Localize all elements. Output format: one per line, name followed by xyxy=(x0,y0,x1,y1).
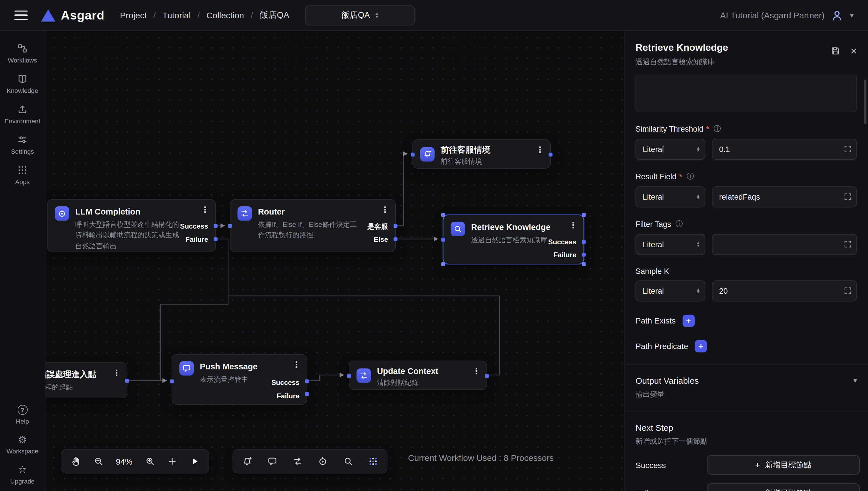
add-path-exists-button[interactable]: + xyxy=(682,315,694,327)
star-icon: ☆ xyxy=(18,465,27,475)
user-icon[interactable] xyxy=(831,9,843,21)
zoom-out-button[interactable] xyxy=(93,456,103,466)
input-port[interactable] xyxy=(441,238,445,242)
sidebar-item-environment[interactable]: Environment xyxy=(0,104,45,124)
workflow-selector-value: 飯店QA xyxy=(341,10,370,21)
node-router[interactable]: Router 依據If、Else If、Else條件決定工作流程執行的路徑 ⋮ … xyxy=(229,199,396,252)
selection-handle[interactable] xyxy=(582,262,586,266)
save-button[interactable] xyxy=(831,46,841,56)
router-tool-button[interactable] xyxy=(293,456,303,466)
account-chevron-icon[interactable]: ▾ xyxy=(850,11,853,20)
node-update-context[interactable]: Update Context 清除對話紀錄 ⋮ xyxy=(349,360,487,390)
output-port-success[interactable] xyxy=(305,379,309,383)
run-workflow-button[interactable] xyxy=(190,456,200,466)
message-tool-button[interactable] xyxy=(268,456,277,466)
sidebar-item-workflows[interactable]: Workflows xyxy=(0,43,45,63)
expand-editor-button[interactable] xyxy=(844,193,852,201)
breadcrumb-separator: / xyxy=(197,10,199,20)
output-port-failure[interactable] xyxy=(582,253,586,257)
kebab-menu-icon[interactable]: ⋮ xyxy=(112,368,121,377)
output-port-success[interactable] xyxy=(582,240,586,244)
port-label-success: Success xyxy=(548,238,576,246)
kebab-menu-icon[interactable]: ⋮ xyxy=(292,360,301,369)
account-label: AI Tutorial (Asgard Partner) xyxy=(720,10,825,20)
kebab-menu-icon[interactable]: ⋮ xyxy=(201,205,209,214)
output-port-failure[interactable] xyxy=(305,392,309,396)
info-icon[interactable]: ⓘ xyxy=(676,219,683,229)
output-port[interactable] xyxy=(125,379,129,383)
filter-tags-input[interactable] xyxy=(712,234,857,255)
output-port-else[interactable] xyxy=(394,237,398,241)
breadcrumb-tutorial[interactable]: Tutorial xyxy=(162,10,191,20)
add-success-target-button[interactable]: + 新增目標節點 xyxy=(707,455,860,475)
input-port[interactable] xyxy=(347,374,351,378)
sidebar-item-workspace[interactable]: ⚙ Workspace xyxy=(0,435,45,455)
result-field-input[interactable] xyxy=(712,186,857,207)
more-tools-button[interactable] xyxy=(368,456,378,466)
sidebar-item-apps[interactable]: Apps xyxy=(0,165,45,185)
menu-button[interactable] xyxy=(15,10,28,20)
notify-tool-button[interactable] xyxy=(242,456,252,467)
kebab-menu-icon[interactable]: ⋮ xyxy=(381,205,389,214)
kebab-menu-icon[interactable]: ⋮ xyxy=(536,145,544,154)
similarity-threshold-mode-select[interactable]: Literal ▴▾ xyxy=(635,139,705,160)
panel-body: Similarity Threshold * ⓘ Literal ▴▾ Resu… xyxy=(624,75,868,352)
add-path-predicate-button[interactable]: + xyxy=(695,340,707,352)
sidebar-item-settings[interactable]: Settings xyxy=(0,135,45,155)
info-icon[interactable]: ⓘ xyxy=(713,124,721,134)
selection-handle[interactable] xyxy=(441,262,445,266)
output-variables-section[interactable]: Output Variables 輸出變量 ▾ xyxy=(624,365,868,400)
info-icon[interactable]: ⓘ xyxy=(686,172,694,181)
filter-tags-mode-select[interactable]: Literal ▴▾ xyxy=(635,234,705,255)
breadcrumb-current[interactable]: 飯店QA xyxy=(260,9,289,21)
zoom-out-icon xyxy=(93,456,103,466)
sample-k-input[interactable] xyxy=(712,281,857,301)
breadcrumb-project[interactable]: Project xyxy=(120,10,147,20)
processor-tool-button[interactable] xyxy=(318,456,328,466)
output-port-is-support[interactable] xyxy=(394,224,398,228)
expand-editor-button[interactable] xyxy=(844,145,852,153)
sidebar-item-knowledge[interactable]: Knowledge xyxy=(0,74,45,94)
selection-handle[interactable] xyxy=(582,213,586,217)
search-tool-button[interactable] xyxy=(343,456,353,466)
canvas-toolbar: 94% xyxy=(61,449,209,473)
selection-handle[interactable] xyxy=(441,213,445,217)
node-goto-support[interactable]: 前往客服情境 前往客服情境 ⋮ xyxy=(412,139,551,169)
workflow-selector[interactable]: 飯店QA ▴▾ xyxy=(305,5,414,25)
add-failure-target-button[interactable]: + 新增目標節點 xyxy=(707,484,860,491)
input-port[interactable] xyxy=(411,152,415,156)
node-retrieve-knowledge[interactable]: Retrieve Knowledge 透過自然語言檢索知識庫 ⋮ Success… xyxy=(443,214,584,264)
workflow-canvas[interactable]: 前往客服情境 前往客服情境 ⋮ LLM Completion 呼叫大型語言模型並… xyxy=(45,31,624,491)
close-panel-button[interactable]: × xyxy=(850,45,857,57)
select-chevrons-icon: ▴▾ xyxy=(375,12,378,18)
node-error-entry[interactable]: 錯誤處理進入點 流程的起點 ⋮ xyxy=(45,362,127,398)
output-port[interactable] xyxy=(548,152,552,156)
chevron-down-icon[interactable]: ▾ xyxy=(853,376,857,384)
expand-editor-button[interactable] xyxy=(844,240,852,249)
query-field-partial[interactable] xyxy=(635,75,857,112)
input-port[interactable] xyxy=(228,224,232,228)
kebab-menu-icon[interactable]: ⋮ xyxy=(569,221,577,229)
output-port-failure[interactable] xyxy=(214,237,218,241)
input-port[interactable] xyxy=(170,379,174,383)
output-port-success[interactable] xyxy=(214,224,218,228)
select-chevrons-icon: ▴▾ xyxy=(697,146,699,152)
kebab-menu-icon[interactable]: ⋮ xyxy=(472,367,481,375)
breadcrumb-collection[interactable]: Collection xyxy=(207,10,244,20)
node-push-message[interactable]: Push Message 表示流量控管中 ⋮ Success Failure xyxy=(172,354,307,405)
add-node-button[interactable] xyxy=(167,456,178,466)
zoom-in-button[interactable] xyxy=(145,456,155,466)
bell-icon xyxy=(420,147,435,162)
logo[interactable]: Asgard xyxy=(41,8,105,22)
result-field-mode-select[interactable]: Literal ▴▾ xyxy=(635,186,705,207)
node-title: Push Message xyxy=(200,362,257,371)
sidebar-item-help[interactable]: ? Help xyxy=(0,405,45,425)
similarity-threshold-input[interactable] xyxy=(712,139,857,160)
node-llm-completion[interactable]: LLM Completion 呼叫大型語言模型並產生結構化的資料輸出以輔助流程的… xyxy=(47,199,216,252)
panel-scrollbar[interactable] xyxy=(864,80,867,124)
expand-editor-button[interactable] xyxy=(844,287,852,295)
pan-hand-button[interactable] xyxy=(70,456,81,467)
sample-k-mode-select[interactable]: Literal ▴▾ xyxy=(635,281,705,301)
output-port[interactable] xyxy=(485,374,489,378)
sidebar-item-upgrade[interactable]: ☆ Upgrade xyxy=(0,465,45,484)
